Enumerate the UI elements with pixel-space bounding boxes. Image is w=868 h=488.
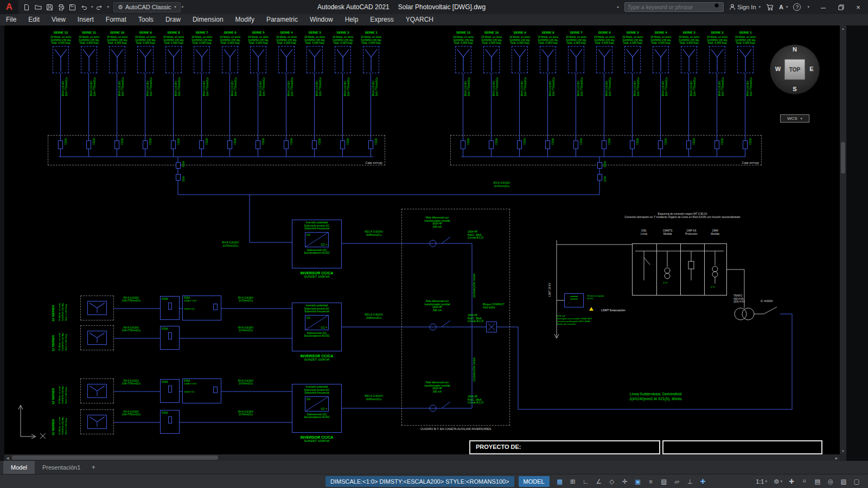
cart-icon[interactable]	[766, 4, 774, 11]
titlebar: A ▾ ▾ ⚙ AutoCAD Classic ▾ ▾ Autodesk Aut…	[0, 0, 868, 14]
minimize-button[interactable]	[819, 3, 828, 11]
menu-item[interactable]: Dimension	[187, 14, 229, 25]
chevron-down-icon: ▾	[765, 479, 767, 484]
menu-item[interactable]: Express	[364, 14, 399, 25]
relay-label: Relé diferencial con transformador toroi…	[411, 300, 463, 312]
dim-style-fields[interactable]: DIMSCALE:<1:0> DIMSTY:<ESCALA200> STYLE:…	[326, 476, 514, 487]
ic-switch-label: IC 4x630A	[761, 300, 773, 303]
scroll-up-icon[interactable]: ▲	[840, 25, 846, 32]
polar-tracking-icon[interactable]: ∠	[593, 476, 605, 487]
quick-properties-icon[interactable]: ▤	[812, 476, 824, 487]
annotation-scale-button[interactable]: 1:1▾	[752, 476, 770, 487]
annotation-monitor-icon[interactable]: ✚	[786, 476, 797, 487]
document-title: Solar Photovoltaic [DWG].dwg	[398, 3, 486, 11]
menu-item[interactable]: Format	[100, 14, 132, 25]
autocad-logo-icon[interactable]: A	[0, 0, 18, 14]
model-space-button[interactable]: MODEL	[519, 476, 550, 487]
menu-item[interactable]: Draw	[159, 14, 187, 25]
menu-item[interactable]: Parametric	[260, 14, 304, 25]
differential-relay-cluster: Relé diferencial con transformador toroi…	[406, 216, 507, 259]
selection-cycling-icon[interactable]: ▱	[671, 476, 683, 487]
snap-mode-icon[interactable]: ⊞	[567, 476, 579, 487]
mv-scheme-note: Esquema de conexión según MT 2.90.01 Con…	[601, 212, 764, 219]
vertical-scroll-thumb[interactable]	[841, 142, 845, 174]
close-button[interactable]: ×	[854, 3, 863, 11]
search-box[interactable]	[624, 2, 724, 12]
scroll-right-icon[interactable]: ▶	[833, 454, 840, 461]
transparency-icon[interactable]: ▨	[658, 476, 670, 487]
menu-item[interactable]: Modify	[229, 14, 260, 25]
new-file-icon[interactable]	[22, 2, 31, 12]
redo-dropdown-icon[interactable]: ▾	[107, 5, 110, 9]
statusbar-right: 1:1▾ ⚙▾ ✚⌗▤◎▧▢	[752, 476, 868, 487]
menubar: FileEditViewInsertFormatToolsDrawDimensi…	[0, 14, 868, 25]
undo-icon[interactable]	[79, 2, 88, 12]
view-compass[interactable]: N W E S TOP	[767, 41, 823, 98]
titlebar-right: ▸ Sign In ▾ A▾ ? ▾ ×	[616, 2, 868, 12]
app-title: Autodesk AutoCAD 2021	[317, 3, 390, 11]
relay-label: Relé diferencial con transformador toroi…	[411, 216, 463, 228]
compass-east[interactable]: E	[808, 66, 815, 72]
menu-item[interactable]: Window	[304, 14, 339, 25]
sce-notes: SCE red Interruptor-seccionador 200A 24K…	[557, 314, 609, 325]
scroll-left-icon[interactable]: ◀	[4, 454, 11, 461]
redo-icon[interactable]	[95, 2, 105, 12]
save-icon[interactable]	[44, 2, 54, 12]
window-controls: ×	[819, 3, 863, 11]
grid-icon[interactable]: ▦	[554, 476, 566, 487]
tab-model[interactable]: Model	[3, 461, 35, 474]
workspace-gear-icon[interactable]: ⚙▾	[772, 476, 784, 487]
workspace-switcher[interactable]: ⚙ AutoCAD Classic ▾	[113, 2, 181, 12]
underground-line-label: Línea Subterránea, DerivIndivid 2(4X240)…	[616, 392, 695, 401]
object-snap-tracking-icon[interactable]: ✛	[619, 476, 631, 487]
layout-tab-bar: Model Presentación1 +	[0, 461, 868, 474]
plot-icon[interactable]	[56, 2, 66, 12]
compass-west[interactable]: W	[774, 66, 782, 72]
compass-south[interactable]: S	[791, 86, 799, 92]
isolate-objects-icon[interactable]: ◎	[825, 476, 837, 487]
menu-item[interactable]: View	[46, 14, 72, 25]
viewcube-top-face[interactable]: TOP	[784, 59, 805, 80]
help-icon[interactable]: ?	[793, 3, 801, 11]
clean-screen-icon[interactable]: ▢	[851, 476, 863, 487]
open-folder-icon[interactable]	[33, 2, 43, 12]
vertical-scrollbar[interactable]: ▲ ▼	[840, 25, 846, 454]
lineweight-icon[interactable]: ≡	[645, 476, 657, 487]
save-as-icon[interactable]	[67, 2, 77, 12]
dynamic-input-icon[interactable]: ✚	[697, 476, 709, 487]
isometric-drafting-icon[interactable]: ◇	[606, 476, 618, 487]
search-input[interactable]	[627, 3, 714, 11]
sign-in-button[interactable]: Sign In ▾	[729, 4, 761, 10]
help-dropdown-icon[interactable]: ▾	[807, 5, 809, 9]
compass-north[interactable]: N	[791, 46, 799, 53]
search-expand-icon[interactable]: ▸	[617, 5, 620, 9]
dynamic-ucs-icon[interactable]: ⊥	[684, 476, 696, 487]
window-title: Autodesk AutoCAD 2021 Solar Photovoltaic…	[317, 0, 486, 14]
derivacion-label: DERIVACIÓN RAMA	[473, 253, 476, 298]
mv-cell-header: CML Línea	[632, 229, 656, 235]
tab-presentacion1[interactable]: Presentación1	[35, 461, 88, 474]
menu-item[interactable]: Insert	[72, 14, 100, 25]
menu-item[interactable]: Edit	[22, 14, 46, 25]
object-snap-icon[interactable]: ▣	[632, 476, 644, 487]
units-icon[interactable]: ⌗	[799, 476, 810, 487]
new-layout-button[interactable]: +	[88, 464, 99, 471]
wcs-label: WCS	[787, 116, 797, 121]
qat-customize-icon[interactable]: ▾	[182, 5, 184, 9]
graphics-performance-icon[interactable]: ▧	[838, 476, 850, 487]
search-icon[interactable]	[714, 2, 721, 12]
undo-dropdown-icon[interactable]: ▾	[91, 5, 93, 9]
menu-item[interactable]: Help	[339, 14, 365, 25]
wcs-selector[interactable]: WCS ▾	[780, 114, 809, 123]
breaker-label: 160A 4P PdeC: 36kA Curvas B,C,D	[468, 230, 483, 240]
restore-button[interactable]	[837, 3, 845, 11]
scroll-down-icon[interactable]: ▼	[840, 448, 846, 454]
menu-item[interactable]: Tools	[132, 14, 159, 25]
ortho-mode-icon[interactable]: ∟	[580, 476, 592, 487]
menu-item[interactable]: File	[0, 14, 22, 25]
horizontal-scrollbar[interactable]: ◀ ▶	[4, 454, 840, 461]
horizontal-scroll-thumb[interactable]	[12, 455, 218, 460]
apps-icon[interactable]: A▾	[779, 4, 788, 10]
menu-item[interactable]: YQARCH	[400, 14, 439, 25]
drawing-canvas[interactable]: Caja strings SERIE 12 19 Móds. en serie …	[4, 25, 840, 454]
